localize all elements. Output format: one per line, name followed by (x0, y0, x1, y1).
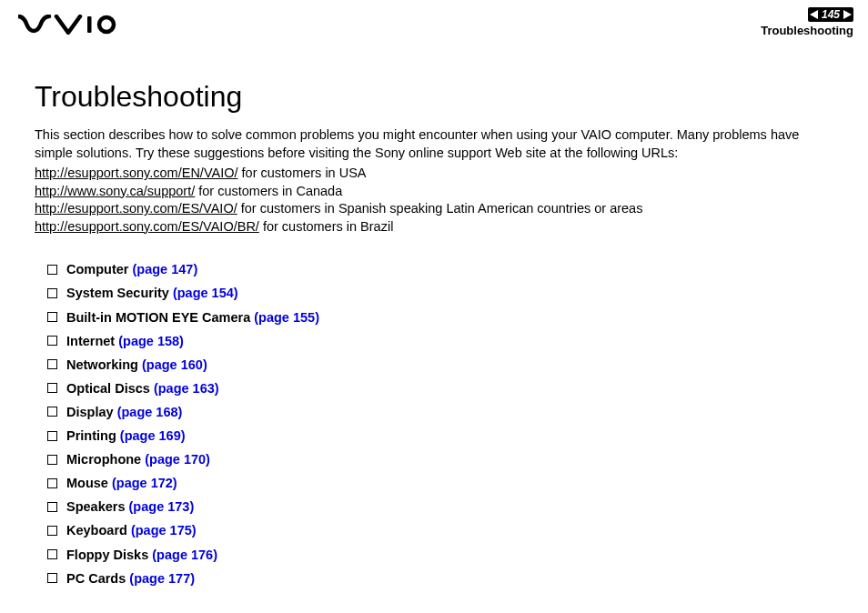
toc-label: Floppy Disks (66, 548, 148, 562)
support-link-canada[interactable]: http://www.sony.ca/support/ (35, 184, 195, 198)
bullet-icon (47, 431, 57, 441)
page-ref-link[interactable]: (page 163) (154, 381, 219, 396)
prev-page-icon[interactable] (810, 10, 818, 19)
page-ref-link[interactable]: (page 170) (145, 452, 210, 467)
section-label: Troubleshooting (761, 24, 853, 37)
toc-item-internet: Internet (page 158) (47, 329, 833, 353)
toc-item-system-security: System Security (page 154) (47, 281, 833, 305)
support-link-latam[interactable]: http://esupport.sony.com/ES/VAIO/ (35, 201, 237, 216)
toc-item-microphone: Microphone (page 170) (47, 447, 833, 471)
page-ref-link[interactable]: (page 172) (112, 476, 177, 490)
page-number: 145 (822, 8, 840, 21)
toc-list: Computer (page 147) System Security (pag… (35, 257, 833, 589)
page-ref-link[interactable]: (page 155) (254, 310, 319, 325)
url-list: http://esupport.sony.com/EN/VAIO/ for cu… (35, 165, 833, 236)
intro-paragraph: This section describes how to solve comm… (35, 126, 833, 162)
url-line: http://www.sony.ca/support/ for customer… (35, 183, 833, 201)
toc-item-printing: Printing (page 169) (47, 424, 833, 447)
url-suffix: for customers in Brazil (259, 219, 393, 234)
bullet-icon (47, 288, 57, 298)
page-ref-link[interactable]: (page 158) (118, 334, 184, 348)
page-ref-link[interactable]: (page 154) (173, 286, 238, 300)
document-header: 145 Troubleshooting (0, 0, 868, 44)
bullet-icon (47, 549, 57, 559)
bullet-icon (47, 573, 57, 583)
page-ref-link[interactable]: (page 175) (131, 523, 197, 538)
toc-label: Built-in MOTION EYE Camera (66, 310, 250, 325)
svg-rect-0 (87, 16, 92, 33)
toc-label: Computer (66, 262, 128, 276)
toc-label: Printing (66, 428, 116, 443)
bullet-icon (47, 526, 57, 536)
svg-point-1 (99, 17, 114, 32)
header-meta: 145 Troubleshooting (761, 7, 853, 37)
toc-label: System Security (66, 286, 169, 300)
toc-item-mouse: Mouse (page 172) (47, 471, 833, 495)
bullet-icon (47, 502, 57, 512)
toc-item-display: Display (page 168) (47, 400, 833, 424)
toc-label: Keyboard (66, 523, 127, 538)
url-suffix: for customers in Canada (195, 184, 342, 198)
page-ref-link[interactable]: (page 173) (129, 499, 195, 514)
support-link-usa[interactable]: http://esupport.sony.com/EN/VAIO/ (35, 166, 238, 180)
page-ref-link[interactable]: (page 169) (120, 428, 186, 443)
page-ref-link[interactable]: (page 177) (129, 571, 195, 586)
toc-label: Internet (66, 334, 115, 348)
page-ref-link[interactable]: (page 160) (142, 357, 207, 372)
toc-item-optical-discs: Optical Discs (page 163) (47, 377, 833, 400)
toc-label: Mouse (66, 476, 108, 490)
bullet-icon (47, 478, 57, 488)
bullet-icon (47, 455, 57, 465)
toc-label: Display (66, 405, 114, 419)
toc-item-pc-cards: PC Cards (page 177) (47, 567, 833, 590)
next-page-icon[interactable] (843, 10, 852, 19)
toc-label: Microphone (66, 452, 141, 467)
bullet-icon (47, 383, 57, 393)
page-ref-link[interactable]: (page 147) (133, 262, 198, 276)
url-line: http://esupport.sony.com/ES/VAIO/ for cu… (35, 200, 833, 218)
url-suffix: for customers in Spanish speaking Latin … (237, 201, 643, 216)
bullet-icon (47, 336, 57, 346)
toc-label: Speakers (66, 499, 126, 514)
page-title: Troubleshooting (35, 80, 833, 114)
url-line: http://esupport.sony.com/EN/VAIO/ for cu… (35, 165, 833, 183)
toc-label: PC Cards (66, 571, 126, 586)
toc-item-networking: Networking (page 160) (47, 353, 833, 377)
page-ref-link[interactable]: (page 168) (117, 405, 183, 419)
url-line: http://esupport.sony.com/ES/VAIO/BR/ for… (35, 218, 833, 236)
url-suffix: for customers in USA (238, 166, 367, 180)
toc-item-floppy-disks: Floppy Disks (page 176) (47, 543, 833, 567)
bullet-icon (47, 312, 57, 322)
toc-item-motion-eye-camera: Built-in MOTION EYE Camera (page 155) (47, 306, 833, 329)
toc-label: Optical Discs (66, 381, 150, 396)
toc-item-keyboard: Keyboard (page 175) (47, 518, 833, 542)
vaio-logo (18, 15, 118, 38)
toc-item-speakers: Speakers (page 173) (47, 495, 833, 518)
bullet-icon (47, 359, 57, 369)
toc-label: Networking (66, 357, 138, 372)
support-link-brazil[interactable]: http://esupport.sony.com/ES/VAIO/BR/ (35, 219, 259, 234)
toc-item-computer: Computer (page 147) (47, 257, 833, 281)
page-navigation: 145 (808, 7, 853, 22)
document-content: Troubleshooting This section describes h… (0, 44, 868, 608)
bullet-icon (47, 265, 57, 275)
page-ref-link[interactable]: (page 176) (152, 548, 217, 562)
bullet-icon (47, 407, 57, 417)
